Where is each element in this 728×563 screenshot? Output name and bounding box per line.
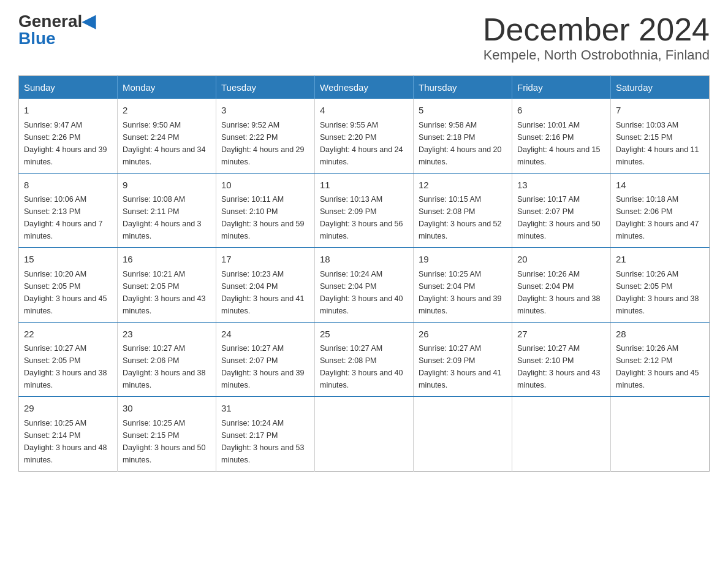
day-info: Sunrise: 10:27 AMSunset: 2:08 PMDaylight… — [320, 344, 403, 389]
day-info: Sunrise: 10:27 AMSunset: 2:05 PMDaylight… — [24, 344, 107, 389]
day-number: 17 — [221, 253, 309, 267]
location-title: Kempele, North Ostrobothnia, Finland — [483, 47, 710, 63]
day-number: 25 — [320, 327, 408, 342]
calendar-cell — [611, 397, 710, 472]
day-info: Sunrise: 10:15 AMSunset: 2:08 PMDaylight… — [419, 195, 502, 240]
day-info: Sunrise: 9:47 AMSunset: 2:26 PMDaylight:… — [24, 121, 107, 166]
day-number: 21 — [616, 253, 704, 267]
calendar-cell: 16Sunrise: 10:21 AMSunset: 2:05 PMDaylig… — [118, 248, 216, 323]
calendar-cell: 9Sunrise: 10:08 AMSunset: 2:11 PMDayligh… — [118, 173, 216, 248]
calendar-cell: 31Sunrise: 10:24 AMSunset: 2:17 PMDaylig… — [216, 397, 315, 472]
day-number: 26 — [419, 327, 507, 342]
logo: General◀ Blue — [18, 12, 96, 48]
calendar-cell: 6Sunrise: 10:01 AMSunset: 2:16 PMDayligh… — [512, 99, 611, 173]
day-info: Sunrise: 10:20 AMSunset: 2:05 PMDaylight… — [24, 270, 107, 315]
day-info: Sunrise: 10:21 AMSunset: 2:05 PMDaylight… — [123, 270, 206, 315]
header-sunday: Sunday — [19, 76, 118, 99]
day-number: 24 — [221, 327, 309, 342]
header-tuesday: Tuesday — [216, 76, 315, 99]
day-info: Sunrise: 10:25 AMSunset: 2:15 PMDaylight… — [123, 419, 206, 464]
calendar-cell: 1Sunrise: 9:47 AMSunset: 2:26 PMDaylight… — [19, 99, 118, 173]
calendar-cell — [414, 397, 512, 472]
calendar-header-row: SundayMondayTuesdayWednesdayThursdayFrid… — [19, 76, 710, 99]
day-info: Sunrise: 10:03 AMSunset: 2:15 PMDaylight… — [616, 121, 699, 166]
day-info: Sunrise: 10:01 AMSunset: 2:16 PMDaylight… — [517, 121, 601, 166]
header-wednesday: Wednesday — [315, 76, 414, 99]
calendar-cell: 23Sunrise: 10:27 AMSunset: 2:06 PMDaylig… — [118, 322, 216, 397]
day-number: 2 — [123, 104, 211, 118]
day-info: Sunrise: 10:24 AMSunset: 2:17 PMDaylight… — [221, 419, 305, 464]
header-monday: Monday — [118, 76, 216, 99]
day-info: Sunrise: 10:25 AMSunset: 2:04 PMDaylight… — [419, 270, 502, 315]
calendar-cell: 7Sunrise: 10:03 AMSunset: 2:15 PMDayligh… — [611, 99, 710, 173]
calendar-cell: 19Sunrise: 10:25 AMSunset: 2:04 PMDaylig… — [414, 248, 512, 323]
calendar-cell: 26Sunrise: 10:27 AMSunset: 2:09 PMDaylig… — [414, 322, 512, 397]
day-number: 6 — [517, 104, 605, 118]
day-number: 18 — [320, 253, 408, 267]
day-info: Sunrise: 10:27 AMSunset: 2:07 PMDaylight… — [221, 344, 305, 389]
calendar-cell: 25Sunrise: 10:27 AMSunset: 2:08 PMDaylig… — [315, 322, 414, 397]
day-number: 27 — [517, 327, 605, 342]
day-info: Sunrise: 10:06 AMSunset: 2:13 PMDaylight… — [24, 195, 103, 240]
calendar-cell: 20Sunrise: 10:26 AMSunset: 2:04 PMDaylig… — [512, 248, 611, 323]
day-number: 3 — [221, 104, 309, 118]
calendar-cell: 28Sunrise: 10:26 AMSunset: 2:12 PMDaylig… — [611, 322, 710, 397]
day-number: 30 — [123, 402, 211, 416]
day-info: Sunrise: 10:27 AMSunset: 2:10 PMDaylight… — [517, 344, 601, 389]
day-number: 5 — [419, 104, 507, 118]
calendar-table: SundayMondayTuesdayWednesdayThursdayFrid… — [18, 75, 710, 472]
calendar-cell: 10Sunrise: 10:11 AMSunset: 2:10 PMDaylig… — [216, 173, 315, 248]
month-title: December 2024 — [483, 12, 710, 47]
calendar-week-0: 1Sunrise: 9:47 AMSunset: 2:26 PMDaylight… — [19, 99, 710, 173]
day-number: 23 — [123, 327, 211, 342]
day-number: 14 — [616, 178, 704, 193]
calendar-cell: 22Sunrise: 10:27 AMSunset: 2:05 PMDaylig… — [19, 322, 118, 397]
day-number: 12 — [419, 178, 507, 193]
calendar-cell: 27Sunrise: 10:27 AMSunset: 2:10 PMDaylig… — [512, 322, 611, 397]
header-saturday: Saturday — [611, 76, 710, 99]
day-info: Sunrise: 10:26 AMSunset: 2:12 PMDaylight… — [616, 344, 699, 389]
day-info: Sunrise: 9:58 AMSunset: 2:18 PMDaylight:… — [419, 121, 502, 166]
day-number: 16 — [123, 253, 211, 267]
day-info: Sunrise: 10:26 AMSunset: 2:04 PMDaylight… — [517, 270, 601, 315]
title-area: December 2024 Kempele, North Ostrobothni… — [483, 12, 710, 63]
day-number: 19 — [419, 253, 507, 267]
day-info: Sunrise: 10:08 AMSunset: 2:11 PMDaylight… — [123, 195, 202, 240]
calendar-week-2: 15Sunrise: 10:20 AMSunset: 2:05 PMDaylig… — [19, 248, 710, 323]
day-info: Sunrise: 10:27 AMSunset: 2:09 PMDaylight… — [419, 344, 502, 389]
calendar-week-3: 22Sunrise: 10:27 AMSunset: 2:05 PMDaylig… — [19, 322, 710, 397]
day-number: 8 — [24, 178, 112, 193]
calendar-cell: 12Sunrise: 10:15 AMSunset: 2:08 PMDaylig… — [414, 173, 512, 248]
calendar-cell: 29Sunrise: 10:25 AMSunset: 2:14 PMDaylig… — [19, 397, 118, 472]
day-number: 22 — [24, 327, 112, 342]
calendar-cell: 11Sunrise: 10:13 AMSunset: 2:09 PMDaylig… — [315, 173, 414, 248]
calendar-cell: 30Sunrise: 10:25 AMSunset: 2:15 PMDaylig… — [118, 397, 216, 472]
day-info: Sunrise: 10:27 AMSunset: 2:06 PMDaylight… — [123, 344, 206, 389]
day-info: Sunrise: 9:50 AMSunset: 2:24 PMDaylight:… — [123, 121, 206, 166]
calendar-cell — [512, 397, 611, 472]
day-info: Sunrise: 10:25 AMSunset: 2:14 PMDaylight… — [24, 419, 107, 464]
calendar-week-1: 8Sunrise: 10:06 AMSunset: 2:13 PMDayligh… — [19, 173, 710, 248]
day-number: 4 — [320, 104, 408, 118]
calendar-cell: 13Sunrise: 10:17 AMSunset: 2:07 PMDaylig… — [512, 173, 611, 248]
calendar-cell: 14Sunrise: 10:18 AMSunset: 2:06 PMDaylig… — [611, 173, 710, 248]
calendar-cell: 4Sunrise: 9:55 AMSunset: 2:20 PMDaylight… — [315, 99, 414, 173]
calendar-cell: 5Sunrise: 9:58 AMSunset: 2:18 PMDaylight… — [414, 99, 512, 173]
logo-blue: Blue — [18, 29, 96, 48]
calendar-cell: 17Sunrise: 10:23 AMSunset: 2:04 PMDaylig… — [216, 248, 315, 323]
day-number: 13 — [517, 178, 605, 193]
day-number: 1 — [24, 104, 112, 118]
day-number: 15 — [24, 253, 112, 267]
day-number: 9 — [123, 178, 211, 193]
day-info: Sunrise: 9:52 AMSunset: 2:22 PMDaylight:… — [221, 121, 305, 166]
day-number: 10 — [221, 178, 309, 193]
day-info: Sunrise: 10:23 AMSunset: 2:04 PMDaylight… — [221, 270, 305, 315]
day-info: Sunrise: 9:55 AMSunset: 2:20 PMDaylight:… — [320, 121, 403, 166]
day-info: Sunrise: 10:11 AMSunset: 2:10 PMDaylight… — [221, 195, 305, 240]
calendar-cell: 21Sunrise: 10:26 AMSunset: 2:05 PMDaylig… — [611, 248, 710, 323]
page-header: General◀ Blue December 2024 Kempele, Nor… — [18, 12, 710, 63]
calendar-cell: 15Sunrise: 10:20 AMSunset: 2:05 PMDaylig… — [19, 248, 118, 323]
header-thursday: Thursday — [414, 76, 512, 99]
day-info: Sunrise: 10:17 AMSunset: 2:07 PMDaylight… — [517, 195, 601, 240]
day-number: 7 — [616, 104, 704, 118]
